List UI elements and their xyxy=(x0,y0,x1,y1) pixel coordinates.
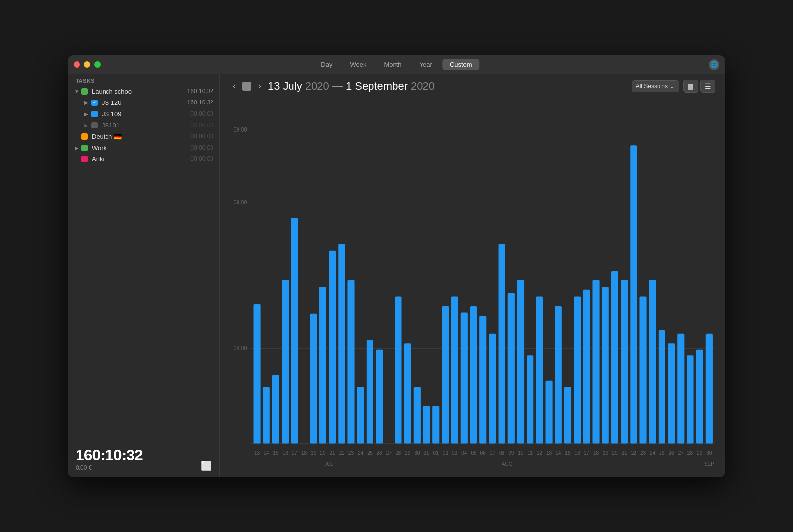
task-work[interactable]: ▶ Work 00:00:00 xyxy=(68,142,219,153)
svg-text:30: 30 xyxy=(706,449,712,456)
task-js109[interactable]: ▶ JS 109 00:00:00 xyxy=(68,108,219,120)
js120-checkbox[interactable]: ✓ xyxy=(91,100,98,106)
tab-week[interactable]: Week xyxy=(342,59,374,70)
date-range-start-year: 2020 xyxy=(305,80,329,92)
bar-24jul xyxy=(357,387,364,443)
close-button[interactable] xyxy=(74,61,80,68)
sidebar: TASKS ▼ Launch school 160:10:32 ▶ ✓ JS 1… xyxy=(68,74,220,477)
chart-area: ‹ › 13 July 2020 — 1 September 2020 All … xyxy=(220,74,725,477)
svg-text:12: 12 xyxy=(537,449,542,456)
work-name: Work xyxy=(92,144,190,152)
svg-text:01: 01 xyxy=(433,449,439,456)
bar-13jul xyxy=(253,304,260,443)
bar-18aug xyxy=(583,289,590,443)
expand-arrow-anki xyxy=(74,156,79,162)
svg-text:26: 26 xyxy=(668,449,674,456)
svg-text:07: 07 xyxy=(490,449,495,456)
svg-text:28: 28 xyxy=(396,449,401,456)
task-launch-school[interactable]: ▼ Launch school 160:10:32 xyxy=(68,86,219,97)
bar-05aug xyxy=(461,312,468,443)
svg-text:30: 30 xyxy=(414,449,420,456)
bar-19aug xyxy=(592,280,599,443)
svg-text:25: 25 xyxy=(367,449,372,456)
bar-04aug xyxy=(451,296,458,443)
svg-text:09:00: 09:00 xyxy=(234,126,247,133)
tasks-header: TASKS xyxy=(68,74,219,86)
svg-text:JUL: JUL xyxy=(324,460,333,467)
next-button[interactable]: › xyxy=(255,80,264,92)
svg-text:18: 18 xyxy=(301,449,307,456)
svg-text:20: 20 xyxy=(320,449,325,456)
tab-custom[interactable]: Custom xyxy=(442,59,480,70)
launch-school-dot xyxy=(81,88,88,95)
svg-text:16: 16 xyxy=(575,449,580,456)
bar-09aug xyxy=(499,244,505,443)
bar-01aug xyxy=(423,406,430,443)
bar-11aug xyxy=(517,280,524,443)
sessions-select[interactable]: All Sessions ⌄ xyxy=(632,80,679,92)
bar-31jul xyxy=(414,387,421,443)
list-view-button[interactable]: ☰ xyxy=(700,80,715,93)
svg-text:03: 03 xyxy=(452,449,457,456)
total-money: 0.00 € xyxy=(76,464,143,471)
svg-text:14: 14 xyxy=(555,449,561,456)
svg-text:AUG: AUG xyxy=(502,460,513,467)
titlebar-right: 🌐 xyxy=(709,59,719,70)
tab-day[interactable]: Day xyxy=(313,59,340,70)
svg-text:05: 05 xyxy=(471,449,476,456)
bar-20aug xyxy=(602,287,609,444)
js101-time: 00:00:00 xyxy=(190,122,213,128)
task-js120[interactable]: ▶ ✓ JS 120 160:10:32 xyxy=(68,97,219,108)
sidebar-totals: 160:10:32 0.00 € xyxy=(76,446,143,471)
bar-29aug xyxy=(687,355,693,443)
tab-month[interactable]: Month xyxy=(376,59,409,70)
bar-14jul xyxy=(263,387,270,443)
chart-wrapper: 09:00 08:00 04:00 xyxy=(230,97,715,477)
svg-text:21: 21 xyxy=(329,449,335,456)
minimize-button[interactable] xyxy=(84,61,90,68)
bar-12aug xyxy=(527,355,533,443)
js101-dot xyxy=(91,122,98,128)
task-deutch[interactable]: Deutch 🇩🇪 00:00:00 xyxy=(68,131,219,142)
tab-year[interactable]: Year xyxy=(412,59,440,70)
svg-text:29: 29 xyxy=(405,449,410,456)
bar-chart-view-button[interactable]: ▦ xyxy=(683,80,698,93)
bar-13aug xyxy=(536,296,543,443)
date-range-end-year: 2020 xyxy=(411,80,435,92)
date-range: 13 July 2020 — 1 September 2020 xyxy=(268,80,435,93)
stop-button[interactable] xyxy=(242,82,251,91)
js120-name: JS 120 xyxy=(102,99,187,106)
svg-text:02: 02 xyxy=(443,449,448,456)
task-js101[interactable]: ▶ JS101 00:00:00 xyxy=(68,120,219,131)
chart-controls: All Sessions ⌄ ▦ ☰ xyxy=(632,80,715,93)
task-anki[interactable]: Anki 00:00:00 xyxy=(68,153,219,165)
bar-24aug xyxy=(639,296,646,443)
svg-text:15: 15 xyxy=(273,449,278,456)
svg-text:21: 21 xyxy=(622,449,627,456)
sessions-chevron: ⌄ xyxy=(670,83,675,90)
date-range-start: 13 July xyxy=(268,80,305,92)
total-time: 160:10:32 xyxy=(76,446,143,464)
svg-text:19: 19 xyxy=(311,449,316,456)
svg-text:04:00: 04:00 xyxy=(234,344,247,352)
bar-16jul xyxy=(282,280,289,443)
work-dot xyxy=(81,145,88,151)
maximize-button[interactable] xyxy=(94,61,101,68)
bar-25aug xyxy=(649,280,656,443)
bar-22aug xyxy=(621,280,628,443)
view-toggle: ▦ ☰ xyxy=(683,80,715,93)
js101-name: JS101 xyxy=(102,122,190,129)
bar-10aug xyxy=(508,293,515,443)
expand-arrow-work[interactable]: ▶ xyxy=(74,145,79,151)
prev-button[interactable]: ‹ xyxy=(230,80,238,92)
expand-arrow-launch-school[interactable]: ▼ xyxy=(74,88,79,94)
bar-15jul xyxy=(272,375,279,443)
sessions-label: All Sessions xyxy=(636,83,668,90)
export-icon[interactable]: ⬜ xyxy=(201,460,211,471)
globe-icon[interactable]: 🌐 xyxy=(709,59,719,70)
sidebar-bottom-row: 160:10:32 0.00 € ⬜ xyxy=(76,446,211,471)
bar-26jul xyxy=(376,349,383,443)
svg-text:24: 24 xyxy=(650,449,655,456)
bar-28aug xyxy=(677,333,684,443)
expand-arrow-js120: ▶ xyxy=(83,100,89,105)
